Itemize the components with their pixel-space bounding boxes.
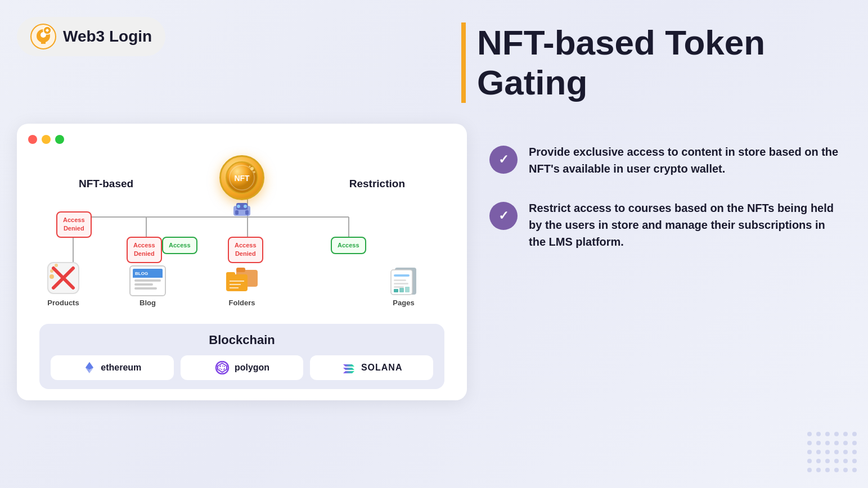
svg-rect-21 (245, 210, 249, 215)
svg-point-15 (249, 166, 251, 168)
folders-icon (225, 265, 259, 296)
dot-30 (852, 468, 857, 472)
products-icon (45, 260, 82, 296)
bullet-item-2: ✓ Restrict access to courses based on th… (489, 200, 840, 250)
dot-8 (816, 441, 821, 445)
dot-22 (834, 459, 839, 463)
svg-rect-36 (399, 288, 404, 292)
heading-title: NFT-based Token Gating (461, 22, 834, 103)
dot-4 (834, 432, 839, 436)
dots-row-1 (807, 432, 857, 436)
svg-point-13 (250, 167, 254, 170)
bullet-check-1: ✓ (489, 146, 518, 174)
tree-diagram: NFT-based Restriction (34, 155, 450, 318)
svg-rect-35 (394, 289, 398, 292)
svg-rect-24 (226, 274, 248, 291)
dot-24 (852, 459, 857, 463)
ethereum-icon (83, 361, 96, 374)
dots-row-3 (807, 450, 857, 454)
svg-point-18 (237, 205, 240, 208)
dot-17 (843, 450, 848, 454)
nft-coin-svg: NFT (225, 161, 259, 195)
dot-12 (852, 441, 857, 445)
nft-platform-svg (231, 200, 253, 217)
diagram-card: NFT-based Restriction (17, 124, 467, 400)
pages-item: Pages (388, 265, 419, 307)
dot-1 (807, 432, 812, 436)
dot-25 (807, 468, 812, 472)
bullet-item-1: ✓ Provide exclusive access to content in… (489, 143, 840, 177)
heading-line2: Gating (477, 63, 587, 102)
dot-red (28, 135, 37, 144)
blog-header: BLOG (133, 269, 163, 278)
polygon-logo: polygon (181, 355, 304, 380)
logo-text: Web3 Login (63, 28, 152, 46)
svg-point-43 (55, 264, 58, 267)
svg-rect-20 (235, 210, 239, 215)
checkmark-icon-2: ✓ (498, 209, 509, 223)
pages-icon (388, 265, 419, 296)
svg-rect-23 (236, 268, 245, 272)
nft-coin-circle: NFT (219, 155, 264, 200)
svg-point-19 (244, 205, 247, 208)
dot-green (55, 135, 64, 144)
bullet-text-2: Restrict access to courses based on the … (529, 200, 840, 250)
checkmark-icon-1: ✓ (498, 152, 509, 167)
access-denied-blog: AccessDenied (127, 237, 162, 263)
dots-row-4 (807, 459, 857, 463)
logo-area: Web3 Login (17, 17, 165, 56)
dot-27 (825, 468, 830, 472)
svg-point-41 (50, 274, 54, 279)
svg-rect-34 (394, 286, 404, 288)
blockchain-title: Blockchain (51, 333, 433, 347)
dot-10 (834, 441, 839, 445)
window-dots (28, 135, 456, 144)
folders-label: Folders (229, 299, 255, 307)
access-denied-products: AccessDenied (56, 211, 92, 238)
svg-rect-37 (405, 287, 410, 292)
dot-14 (816, 450, 821, 454)
heading-area: NFT-based Token Gating (461, 22, 834, 103)
heading-line1: NFT-based Token (477, 23, 765, 62)
products-item: Products (45, 260, 82, 307)
bullet-check-2: ✓ (489, 202, 518, 230)
dot-6 (852, 432, 857, 436)
access-allowed-pages: Access (331, 237, 366, 254)
web3login-icon (30, 24, 56, 49)
blockchain-section: Blockchain ethereum (39, 324, 444, 389)
svg-rect-33 (394, 283, 408, 284)
solana-text: SOLANA (361, 363, 403, 373)
bullets-area: ✓ Provide exclusive access to content in… (489, 143, 840, 273)
dot-29 (843, 468, 848, 472)
dot-20 (816, 459, 821, 463)
blog-lines (133, 278, 163, 293)
nft-label-right: Restriction (349, 178, 405, 190)
svg-point-42 (50, 269, 53, 273)
blog-icon: BLOG (129, 265, 166, 296)
dots-grid (807, 432, 857, 477)
products-label: Products (47, 299, 79, 307)
svg-rect-31 (394, 274, 410, 277)
dot-18 (852, 450, 857, 454)
dot-13 (807, 450, 812, 454)
dots-row-5 (807, 468, 857, 472)
dot-5 (843, 432, 848, 436)
dot-2 (816, 432, 821, 436)
blog-label: Blog (140, 299, 156, 307)
ethereum-logo: ethereum (51, 355, 174, 380)
nft-coin: NFT (219, 155, 264, 217)
blockchain-logos: ethereum polygon (51, 355, 433, 380)
svg-text:NFT: NFT (234, 174, 250, 183)
access-allowed-blog: Access (162, 237, 197, 254)
diagram-inner: NFT-based Restriction (28, 155, 456, 318)
dots-row-2 (807, 441, 857, 445)
dot-3 (825, 432, 830, 436)
bullet-text-1: Provide exclusive access to content in s… (529, 143, 840, 177)
pages-label: Pages (393, 299, 414, 307)
polygon-icon (214, 361, 230, 374)
ethereum-text: ethereum (101, 363, 141, 373)
polygon-text: polygon (235, 363, 269, 373)
dot-19 (807, 459, 812, 463)
dot-26 (816, 468, 821, 472)
dot-11 (843, 441, 848, 445)
